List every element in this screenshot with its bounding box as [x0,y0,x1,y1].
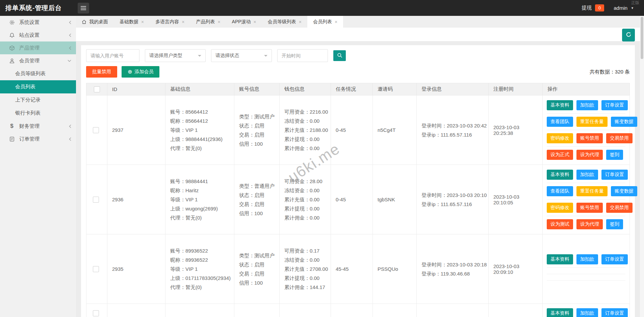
reset-tasks-button[interactable]: 重置任务量 [576,117,608,127]
ledger-data-button[interactable]: 账变数据 [611,186,637,196]
change-password-button[interactable]: 密码修改 [547,133,573,143]
profile-button[interactable]: 基本资料 [547,100,573,110]
account-search-input[interactable] [86,49,139,62]
main-area: 我的桌面 基础数据 × 多语言内容 × 产品列表 × APP滚动 × 会员等级列… [76,16,640,317]
cell-task-status [331,304,373,317]
row-checkbox[interactable] [93,127,99,133]
sidebar-item-finance-management[interactable]: $ 财务管理 [0,120,76,133]
chevron-left-icon [69,46,71,50]
disable-trade-button[interactable]: 交易禁用 [606,133,633,143]
cell-actions: 基本资料 加扣款 订单设置 查看团队 重置任务量 账变数据 密码修改 账号禁用 [543,165,630,234]
select-all-checkbox[interactable] [94,86,100,92]
add-member-button[interactable]: ⊕ 添加会员 [122,66,159,78]
search-button[interactable] [333,50,346,61]
cell-invite-code: PSSQUo [373,234,417,304]
row-checkbox[interactable] [93,266,99,272]
action-toolbar: 批量禁用 ⊕ 添加会员 共有数据：320 条 [86,66,630,78]
cell-actions: 基本资料 加扣款 订单设置 查看团队 重置任务量 账变数据 密码修改 账号禁用 [543,95,630,165]
plus-circle-icon: ⊕ [128,69,132,75]
tab-product-list[interactable]: 产品列表 × [190,16,226,28]
chevron-down-icon[interactable]: ▼ [631,6,634,10]
sidebar-item-member-management[interactable]: 会员管理 [0,54,76,67]
tab-label: 基础数据 [120,19,138,25]
sidebar-subitem-label: 上下分记录 [15,97,41,103]
user-type-select[interactable]: 请选择用户类型 [145,49,206,62]
hamburger-menu-icon[interactable] [78,3,89,13]
close-icon[interactable]: × [254,20,256,24]
start-time-input[interactable] [277,49,328,62]
tab-member-list[interactable]: 会员列表 × [307,16,343,28]
cell-invite-code [373,304,417,317]
adjust-funds-button[interactable]: 加扣款 [576,254,598,264]
sign-in-button[interactable]: 签到 [606,150,623,160]
cell-wallet-info: 可用资金：0.17 冻结资金：0.00 累计充值：2708.00 累计提现：0.… [280,234,331,304]
profile-button[interactable]: 基本资料 [547,308,573,317]
dollar-icon: $ [9,123,15,129]
sign-in-button[interactable]: 签到 [606,219,623,229]
sidebar-item-member-list[interactable]: 会员列表 [0,80,76,93]
user-type-select-value: 请选择用户类型 [149,53,195,59]
sidebar-item-member-level-list[interactable]: 会员等级列表 [0,67,76,80]
profile-button[interactable]: 基本资料 [547,254,573,264]
tab-member-level-list[interactable]: 会员等级列表 × [262,16,307,28]
row-checkbox[interactable] [93,310,99,316]
cell-invite-code: n5Cg4T [373,95,417,165]
refresh-button[interactable] [622,29,635,41]
withdraw-count-badge[interactable]: 0 [595,4,604,11]
view-team-button[interactable]: 查看团队 [547,186,573,196]
set-official-button[interactable]: 设为正式 [547,150,573,160]
cell-id: 2937 [107,95,165,165]
tab-label: 产品列表 [196,19,215,25]
withdraw-link[interactable]: 提现 [582,5,592,11]
adjust-funds-button[interactable]: 加扣款 [576,170,598,180]
adjust-funds-button[interactable]: 加扣款 [576,100,598,110]
sidebar-item-points-record[interactable]: 上下分记录 [0,93,76,107]
chevron-left-icon [69,137,71,141]
cell-register-time: 2023-10-03 20:25:38 [489,95,543,165]
tab-app-scroll[interactable]: APP滚动 × [226,16,262,28]
sidebar-item-system-settings[interactable]: 系统设置 [0,16,76,29]
chevron-left-icon [69,33,71,37]
order-settings-button[interactable]: 订单设置 [601,100,628,110]
batch-disable-button[interactable]: 批量禁用 [86,66,117,78]
profile-button[interactable]: 基本资料 [547,170,573,180]
close-icon[interactable]: × [335,20,337,24]
disable-trade-button[interactable]: 交易禁用 [606,203,633,213]
close-icon[interactable]: × [299,20,302,24]
ledger-data-button[interactable]: 账变数据 [611,117,637,127]
order-settings-button[interactable]: 订单设置 [601,308,628,317]
sidebar-item-order-management[interactable]: 订单管理 [0,133,76,145]
row-checkbox[interactable] [93,197,99,203]
cell-actions: 基本资料 加扣款 订单设置 [543,234,630,304]
set-agent-button[interactable]: 设为代理 [576,150,603,160]
scrollbar-thumb[interactable] [641,17,643,59]
home-icon [82,20,86,24]
disable-account-button[interactable]: 账号禁用 [576,133,603,143]
sidebar-item-product-management[interactable]: 产品管理 [0,41,76,54]
order-settings-button[interactable]: 订单设置 [601,170,628,180]
order-settings-button[interactable]: 订单设置 [601,254,628,264]
change-password-button[interactable]: 密码修改 [547,203,573,213]
tab-basic-data[interactable]: 基础数据 × [114,16,150,28]
user-menu[interactable]: admin [614,5,627,11]
set-test-button[interactable]: 设为测试 [547,219,573,229]
view-team-button[interactable]: 查看团队 [547,117,573,127]
adjust-funds-button[interactable]: 加扣款 [576,308,598,317]
sidebar-item-label: 会员管理 [19,58,68,64]
sidebar-item-label: 产品管理 [19,45,69,51]
page-scrollbar[interactable] [640,16,644,317]
close-icon[interactable]: × [182,20,184,24]
tab-my-desktop[interactable]: 我的桌面 [76,16,114,28]
orders-icon [9,136,15,142]
status-select[interactable]: 请选择状态 [211,49,272,62]
sidebar-item-site-settings[interactable]: 站点设置 [0,29,76,41]
reset-tasks-button[interactable]: 重置任务量 [576,186,608,196]
cell-register-time: 2023-10-03 20:10:05 [489,165,543,234]
set-agent-button[interactable]: 设为代理 [576,219,603,229]
disable-account-button[interactable]: 账号禁用 [576,203,603,213]
close-icon[interactable]: × [217,20,220,24]
sidebar-subitem-label: 会员列表 [15,84,35,90]
tab-multilang-content[interactable]: 多语言内容 × [150,16,190,28]
close-icon[interactable]: × [141,20,144,24]
sidebar-item-bank-card-list[interactable]: 银行卡列表 [0,107,76,120]
